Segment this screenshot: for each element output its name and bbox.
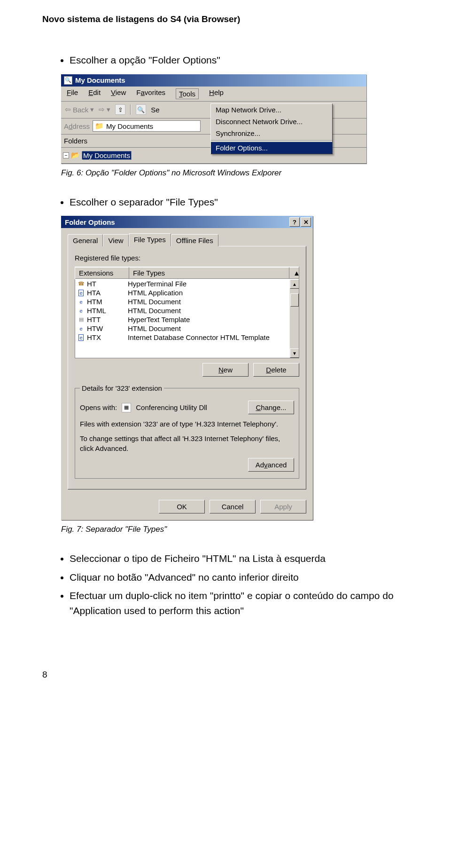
delete-button[interactable]: Delete <box>253 363 299 377</box>
address-label: Address <box>64 122 90 130</box>
ext-cell: HT <box>87 280 96 288</box>
menu-favorites[interactable]: Favorites <box>136 88 165 99</box>
menu-edit[interactable]: Edit <box>88 88 101 99</box>
tab-panel-file-types: Registered file types: Extensions File T… <box>68 246 306 489</box>
details-line1: Files with extension '323' are of type '… <box>80 419 294 429</box>
bullet-printto: Efectuar um duplo-click no item "printto… <box>70 588 409 618</box>
folder-icon: 📁 <box>95 122 104 130</box>
menu-view[interactable]: View <box>111 88 126 99</box>
search-label: Se <box>151 106 159 114</box>
menu-separator <box>211 140 332 141</box>
bullet-file-types: Escolher o separador "File Types" <box>70 195 409 210</box>
registered-types-label: Registered file types: <box>75 254 299 262</box>
list-row[interactable]: eHTXInternet Database Connector HTML Tem… <box>75 333 299 342</box>
up-folder-icon[interactable]: ⇧ <box>115 104 125 115</box>
menu-folder-options[interactable]: Folder Options... <box>211 142 332 154</box>
scrollbar-thumb[interactable] <box>290 293 299 307</box>
arrow-right-icon: ⇨ <box>99 105 105 114</box>
dialog-titlebar: Folder Options ? ✕ <box>61 216 313 228</box>
arrow-left-icon: ⇦ <box>65 105 71 114</box>
ext-cell: HTT <box>87 316 101 324</box>
new-button[interactable]: New <box>202 363 249 377</box>
menu-help[interactable]: Help <box>209 88 224 99</box>
dialog-tabs: General View File Types Offline Files <box>68 233 306 246</box>
menu-disconnect-drive[interactable]: Disconnect Network Drive... <box>211 116 332 127</box>
scrollbar-track[interactable]: ▲ ▼ <box>289 279 299 358</box>
filetype-icon: e <box>77 333 85 341</box>
ext-cell: HTW <box>87 324 103 332</box>
tab-general[interactable]: General <box>68 234 103 246</box>
list-row[interactable]: ▤HTTHyperText Template <box>75 315 299 324</box>
explorer-window-wrap: 🔍 My Documents FFileile Edit View Favori… <box>42 74 409 164</box>
filetype-cell: HTML Document <box>128 298 181 306</box>
address-value: My Documents <box>106 122 153 130</box>
toolbar-separator <box>130 104 131 115</box>
search-icon[interactable]: 🔍 <box>136 104 146 115</box>
list-row[interactable]: eHTMLHTML Document <box>75 306 299 315</box>
folder-open-icon: 📂 <box>71 151 80 159</box>
address-field[interactable]: 📁 My Documents <box>93 120 201 132</box>
menu-synchronize[interactable]: Synchronize... <box>211 127 332 139</box>
close-button[interactable]: ✕ <box>301 217 311 227</box>
scroll-up-icon[interactable]: ▲ <box>290 279 299 289</box>
ext-cell: HTA <box>87 289 101 297</box>
tab-offline-files[interactable]: Offline Files <box>171 234 218 246</box>
opens-with-value: Conferencing Utility Dll <box>136 403 243 411</box>
app-icon: ▦ <box>122 403 131 412</box>
list-row[interactable]: eHTMHTML Document <box>75 297 299 306</box>
menu-map-drive[interactable]: Map Network Drive... <box>211 104 332 116</box>
list-header: Extensions File Types ▲ <box>75 267 299 279</box>
tab-view[interactable]: View <box>103 234 128 246</box>
details-legend: Details for '323' extension <box>80 384 164 392</box>
bullet-select-html: Seleccionar o tipo de Ficheiro "HTML" na… <box>70 551 409 566</box>
scroll-up-button[interactable]: ▲ <box>289 267 299 279</box>
forward-button[interactable]: ⇨ ▾ <box>99 105 110 114</box>
tools-dropdown-menu: Map Network Drive... Disconnect Network … <box>210 103 333 154</box>
col-extensions[interactable]: Extensions <box>75 267 129 279</box>
filetype-icon: e <box>77 298 85 306</box>
list-row[interactable]: ☎HTHyperTerminal File <box>75 279 299 288</box>
bullet-list-3: Seleccionar o tipo de Ficheiro "HTML" na… <box>42 551 409 618</box>
filetype-icon: e <box>77 307 85 315</box>
folder-options-dialog: Folder Options ? ✕ General View File Typ… <box>61 216 313 520</box>
dialog-footer: OK Cancel Apply <box>61 494 313 520</box>
filetype-cell: Internet Database Connector HTML Templat… <box>128 333 270 341</box>
back-button[interactable]: ⇦Back ▾ <box>65 105 94 114</box>
ok-button[interactable]: OK <box>159 500 205 513</box>
apply-button[interactable]: Apply <box>260 500 306 513</box>
tree-toggle-icon[interactable]: − <box>63 152 69 158</box>
explorer-titlebar: 🔍 My Documents <box>61 74 366 87</box>
explorer-menubar: FFileile Edit View Favorites Tools Help <box>61 87 366 102</box>
list-row[interactable]: eHTWHTML Document <box>75 324 299 333</box>
list-row[interactable]: eHTAHTML Application <box>75 288 299 297</box>
menu-tools[interactable]: Tools <box>176 88 199 99</box>
menu-file[interactable]: FFileile <box>67 88 78 99</box>
filetype-icon: e <box>77 289 85 297</box>
details-groupbox: Details for '323' extension Opens with: … <box>75 384 299 479</box>
dialog-title: Folder Options <box>65 218 115 226</box>
scroll-down-icon[interactable]: ▼ <box>290 348 299 358</box>
filetype-cell: HyperText Template <box>128 316 190 324</box>
bullet-list-2: Escolher o separador "File Types" <box>42 195 409 210</box>
help-button[interactable]: ? <box>289 217 300 227</box>
bullet-click-advanced: Cliquar no botão "Advanced" no canto inf… <box>70 570 409 585</box>
filetype-icon: ☎ <box>77 280 85 288</box>
caption-fig6: Fig. 6: Opção "Folder Options" no Micros… <box>61 168 409 178</box>
ext-cell: HTML <box>87 307 106 315</box>
filetype-cell: HTML Application <box>128 289 183 297</box>
details-line2: To change settings that affect all 'H.32… <box>80 434 294 453</box>
ext-cell: HTX <box>87 333 101 341</box>
bullet-folder-options: Escolher a opção "Folder Options" <box>70 53 409 68</box>
filetype-cell: HTML Document <box>128 307 181 315</box>
caption-fig7: Fig. 7: Separador "File Types" <box>61 525 409 534</box>
tab-file-types[interactable]: File Types <box>129 233 171 246</box>
change-button[interactable]: Change... <box>248 401 294 414</box>
filetype-cell: HyperTerminal File <box>128 280 187 288</box>
advanced-button[interactable]: Advanced <box>248 458 294 472</box>
magnifier-icon: 🔍 <box>64 76 72 85</box>
tree-item-mydocs[interactable]: My Documents <box>82 151 132 160</box>
col-file-types[interactable]: File Types <box>129 267 289 279</box>
cancel-button[interactable]: Cancel <box>210 500 256 513</box>
ext-cell: HTM <box>87 298 102 306</box>
file-types-list[interactable]: ☎HTHyperTerminal FileeHTAHTML Applicatio… <box>75 279 299 358</box>
